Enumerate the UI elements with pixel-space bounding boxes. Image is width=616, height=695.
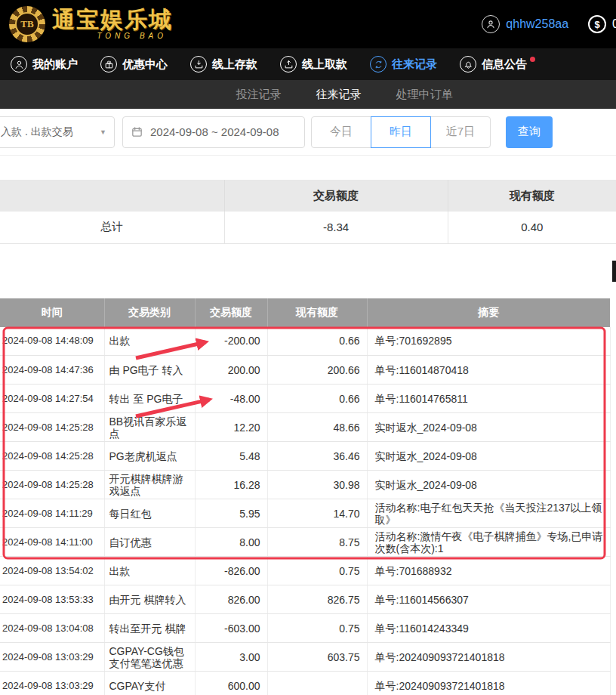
table-row: 2024-09-08 13:54:02出款-826.000.75单号:70168… [0, 557, 610, 585]
nav-item-withdraw[interactable]: 线上取款 [280, 56, 347, 73]
scrollbar-thumb[interactable] [612, 261, 616, 282]
table-cell: 16.28 [195, 471, 267, 499]
table-cell: 2024-09-08 13:03:29 [0, 643, 104, 672]
column-header-amount: 交易额度 [195, 298, 267, 327]
table-cell: 826.75 [267, 585, 367, 614]
table-cell [267, 672, 367, 695]
table-cell: 转出至开元 棋牌 [104, 614, 195, 643]
table-cell: 14.70 [267, 499, 367, 528]
table-cell: 826.00 [195, 585, 267, 614]
table-cell: BB视讯百家乐返点 [104, 413, 195, 442]
balance-amount: 0 [612, 17, 616, 31]
today-button[interactable]: 今日 [311, 116, 371, 148]
table-cell: -603.00 [195, 614, 267, 643]
bell-icon [460, 56, 476, 73]
table-cell: 12.20 [195, 413, 267, 442]
table-cell: 30.98 [267, 471, 367, 499]
table-row: 2024-09-08 13:03:29CGPAY-CG钱包支付笔笔送优惠3.00… [0, 643, 610, 672]
transaction-type-select[interactable]: 入款 . 出款交易 ▼ [0, 116, 115, 148]
nav-label: 我的账户 [32, 57, 78, 72]
table-cell: -48.00 [195, 385, 267, 413]
table-cell: 0.66 [267, 327, 367, 356]
table-cell: 实时返水_2024-09-08 [367, 471, 610, 499]
spacer [0, 244, 616, 298]
table-cell: 单号:202409093721401818 [367, 672, 610, 695]
spacer [0, 156, 616, 180]
column-header-balance: 现有额度 [267, 298, 367, 327]
yesterday-button[interactable]: 昨日 [371, 116, 431, 148]
table-cell: 36.46 [267, 442, 367, 471]
table-cell: 0.75 [267, 614, 367, 643]
table-cell: 5.95 [195, 499, 267, 528]
summary-table: 交易额度 现有额度 总计 -8.34 0.40 [0, 180, 616, 244]
casino-chip-icon: TB [9, 6, 45, 42]
table-cell: 2024-09-08 14:27:54 [0, 385, 104, 413]
table-cell: 2024-09-08 13:04:08 [0, 614, 104, 643]
summary-total-label: 总计 [0, 212, 224, 243]
table-cell: CGPAY-CG钱包支付笔笔送优惠 [104, 643, 195, 672]
nav-label: 优惠中心 [122, 57, 168, 72]
table-cell: 由开元 棋牌转入 [104, 585, 195, 614]
column-header-type: 交易类别 [104, 298, 195, 327]
table-cell: 2024-09-08 14:11:29 [0, 499, 104, 528]
table-cell: 转出 至 PG电子 [104, 385, 195, 413]
exchange-arrows-icon [370, 56, 387, 73]
nav-label: 信息公告 [482, 57, 527, 72]
nav-item-promotions[interactable]: 优惠中心 [100, 56, 168, 73]
withdraw-arrow-icon [280, 56, 297, 73]
table-cell: 5.48 [195, 442, 267, 471]
page: TB 通宝娱乐城 TONG BAO qhhw258aa $ 0 我的账户 [0, 0, 616, 695]
quick-date-buttons: 今日 昨日 近7日 [311, 116, 491, 148]
table-row: 2024-09-08 14:47:36由 PG电子 转入200.00200.66… [0, 356, 610, 385]
tab-processing-orders[interactable]: 处理中订单 [396, 88, 453, 102]
table-cell: 2024-09-08 14:11:00 [0, 528, 104, 557]
logo-subtitle: TONG BAO [52, 32, 173, 41]
table-cell: 单号:116014243349 [367, 614, 610, 643]
table-cell: 0.66 [267, 385, 367, 413]
nav-item-records[interactable]: 往来记录 [370, 56, 437, 73]
deposit-arrow-icon [190, 56, 207, 73]
table-cell: 活动名称:激情午夜《电子棋牌捕鱼》专场,已申请次数(含本次):1 [367, 528, 610, 557]
table-cell: 自订优惠 [104, 528, 195, 557]
table-cell: 单号:116014765811 [367, 385, 610, 413]
table-cell: 实时返水_2024-09-08 [367, 413, 610, 442]
table-cell: 600.00 [195, 672, 267, 695]
table-cell: 2024-09-08 14:48:09 [0, 327, 104, 356]
table-row: 2024-09-08 13:03:29CGPAY支付600.00单号:20240… [0, 672, 610, 695]
table-cell: -200.00 [195, 327, 267, 356]
table-cell: 出款 [104, 557, 195, 585]
user-icon [482, 15, 500, 33]
summary-header-amount: 交易额度 [224, 180, 448, 212]
table-cell: 2024-09-08 14:25:28 [0, 413, 104, 442]
records-table: 时间 交易类别 交易额度 现有额度 摘要 2024-09-08 14:48:09… [0, 298, 611, 695]
dollar-coin-icon: $ [588, 15, 606, 33]
table-cell: 0.75 [267, 557, 367, 585]
search-button[interactable]: 查询 [506, 116, 553, 148]
summary-row: 总计 -8.34 0.40 [0, 212, 616, 243]
nav-item-deposit[interactable]: 线上存款 [190, 56, 257, 73]
username[interactable]: qhhw258aa [506, 17, 568, 31]
account-area: qhhw258aa $ 0 [482, 0, 616, 48]
select-value: 入款 . 出款交易 [1, 125, 73, 139]
table-row: 2024-09-08 14:11:00自订优惠8.008.75活动名称:激情午夜… [0, 528, 610, 557]
last7days-button[interactable]: 近7日 [430, 116, 491, 148]
nav-item-announcements[interactable]: 信息公告 [460, 56, 537, 73]
table-cell: 200.00 [195, 356, 267, 385]
table-row: 2024-09-08 13:04:08转出至开元 棋牌-603.000.75单号… [0, 614, 610, 643]
records-header-row: 时间 交易类别 交易额度 现有额度 摘要 [0, 298, 610, 327]
date-range-input[interactable]: 2024-09-08 ~ 2024-09-08 [122, 116, 305, 148]
table-cell: 单号:116014566307 [367, 585, 610, 614]
table-row: 2024-09-08 14:27:54转出 至 PG电子-48.000.66单号… [0, 385, 610, 413]
nav-label: 往来记录 [392, 57, 437, 72]
tab-betting-records[interactable]: 投注记录 [236, 88, 282, 102]
nav-item-my-account[interactable]: 我的账户 [11, 56, 78, 73]
site-logo[interactable]: TB 通宝娱乐城 TONG BAO [9, 6, 173, 42]
table-row: 2024-09-08 14:25:28BB视讯百家乐返点12.2048.66实时… [0, 413, 610, 442]
tab-transaction-records[interactable]: 往来记录 [316, 88, 362, 102]
table-cell: 出款 [104, 327, 195, 356]
table-cell: 8.75 [267, 528, 367, 557]
table-row: 2024-09-08 14:48:09出款-200.000.66单号:70169… [0, 327, 610, 356]
table-cell: 活动名称:电子红包天天抢《当天投注2137以上领取》 [367, 499, 610, 528]
table-cell: 单号:701688932 [367, 557, 610, 585]
table-cell: 8.00 [195, 528, 267, 557]
